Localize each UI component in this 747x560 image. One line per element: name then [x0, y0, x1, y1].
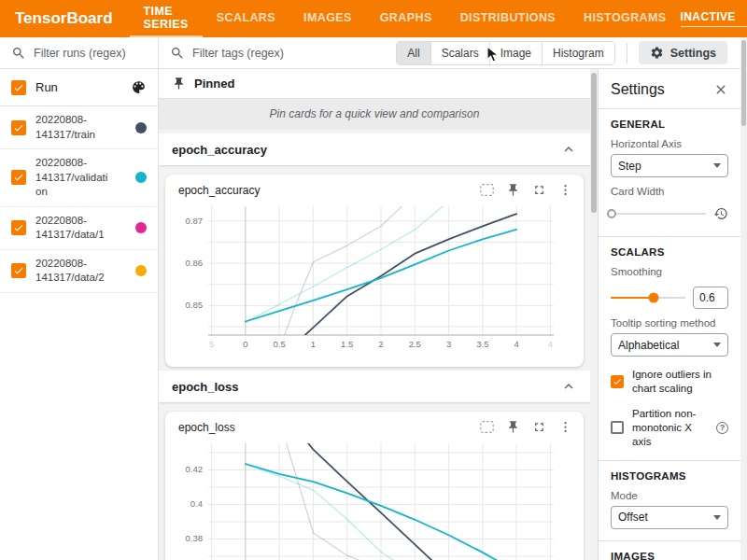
chevron-up-icon[interactable]	[560, 141, 577, 158]
run-checkbox[interactable]	[11, 220, 26, 235]
fullscreen-icon	[532, 420, 546, 434]
pinned-empty-hint: Pin cards for a quick view and compariso…	[159, 99, 590, 130]
slider-thumb[interactable]	[649, 293, 659, 303]
chip-histogram[interactable]: Histogram	[542, 42, 614, 64]
runs-column-header: Run	[35, 80, 121, 94]
run-row-data-1[interactable]: 20220808-141317/data/1	[0, 207, 158, 250]
gear-icon	[650, 46, 664, 60]
tooltip-sorting-value: Alphabetical	[618, 339, 713, 352]
main-scrollbar[interactable]	[590, 69, 598, 560]
ignore-outliers-checkbox[interactable]	[611, 375, 624, 388]
run-row-validation[interactable]: 20220808-141317/validation	[0, 149, 158, 207]
card-width-label: Card Width	[611, 186, 728, 197]
chart-plot-area[interactable]: 0.850.860.87500.511.522.533.544	[165, 199, 584, 367]
svg-text:0.87: 0.87	[186, 216, 204, 226]
run-checkbox[interactable]	[11, 170, 26, 185]
smoothing-control	[611, 287, 728, 309]
settings-scrollbar[interactable]	[740, 37, 747, 560]
card-width-slider[interactable]	[611, 208, 706, 219]
check-icon	[13, 222, 24, 233]
run-checkbox[interactable]	[11, 263, 26, 278]
run-color-dot[interactable]	[135, 172, 147, 183]
toolbar-divider	[627, 43, 627, 63]
tags-filter-input[interactable]	[192, 47, 379, 60]
histogram-mode-select[interactable]: Offset	[611, 506, 728, 529]
pin-card-button[interactable]	[501, 180, 524, 201]
main-scrollbar-thumb[interactable]	[591, 73, 597, 213]
select-all-runs-checkbox[interactable]	[11, 80, 26, 95]
settings-section-general: GENERAL Horizontal Axis Step Card Width	[611, 109, 728, 236]
smoothing-value-input[interactable]	[693, 287, 728, 309]
runs-list-header: Run	[0, 69, 158, 106]
tooltip-sorting-select[interactable]: Alphabetical	[611, 333, 728, 357]
help-icon[interactable]: ?	[716, 422, 728, 434]
svg-text:2.5: 2.5	[409, 339, 421, 349]
section-header-epoch-loss[interactable]: epoch_loss	[159, 371, 590, 402]
search-icon	[11, 46, 26, 61]
section-title: epoch_accuracy	[172, 143, 560, 157]
check-icon	[13, 82, 24, 93]
reset-card-width-button[interactable]	[713, 206, 728, 221]
epoch-loss-chart[interactable]: 0.360.380.40.4200.511.522.533.54	[165, 438, 561, 560]
more-options-button[interactable]	[554, 417, 576, 438]
card-actions	[475, 417, 576, 438]
card-header: epoch_loss	[165, 412, 584, 436]
fit-to-data-icon	[479, 420, 495, 434]
tab-time-series[interactable]: TIME SERIES	[130, 0, 203, 37]
pin-card-button[interactable]	[501, 417, 524, 438]
section-title: epoch_loss	[172, 380, 560, 394]
more-options-button[interactable]	[554, 180, 576, 201]
run-color-dot[interactable]	[135, 265, 147, 276]
reload-status-dropdown[interactable]: INACTIVE	[681, 10, 747, 27]
palette-icon[interactable]	[131, 79, 147, 95]
tab-distributions[interactable]: DISTRIBUTIONS	[446, 0, 570, 37]
run-checkbox[interactable]	[11, 120, 26, 135]
scalar-card-epoch-loss: epoch_loss	[165, 412, 584, 560]
chevron-up-icon[interactable]	[560, 378, 577, 395]
settings-scrollbar-thumb[interactable]	[741, 40, 746, 126]
fullscreen-button[interactable]	[528, 180, 550, 201]
slider-fill	[611, 297, 654, 299]
runs-filter-input[interactable]	[34, 47, 147, 60]
svg-text:0.86: 0.86	[186, 258, 204, 268]
fullscreen-button[interactable]	[528, 417, 550, 438]
partition-x-axis-checkbox[interactable]	[611, 421, 624, 434]
svg-text:1.5: 1.5	[341, 339, 353, 349]
section-heading: HISTOGRAMS	[611, 470, 728, 482]
app-title: TensorBoard	[0, 0, 130, 37]
run-color-dot[interactable]	[135, 222, 147, 233]
app-body: Run 20220808-141317/train 20220808-14131…	[0, 37, 747, 560]
chip-all[interactable]: All	[397, 42, 430, 64]
run-label: 20220808-141317/data/2	[35, 257, 108, 286]
fit-to-data-button[interactable]	[475, 180, 498, 201]
slider-thumb[interactable]	[607, 209, 616, 218]
run-color-dot[interactable]	[135, 122, 147, 133]
fit-to-data-button[interactable]	[475, 417, 498, 438]
tab-histograms[interactable]: HISTOGRAMS	[570, 0, 681, 37]
open-settings-button[interactable]: Settings	[639, 41, 727, 64]
horizontal-axis-value: Step	[618, 160, 713, 173]
smoothing-slider[interactable]	[611, 292, 685, 303]
tab-scalars[interactable]: SCALARS	[203, 0, 289, 37]
settings-section-scalars: SCALARS Smoothing Tooltip sorting method…	[611, 237, 728, 460]
section-header-epoch-accuracy[interactable]: epoch_accuracy	[159, 133, 590, 165]
svg-text:4: 4	[548, 339, 553, 349]
chip-scalars[interactable]: Scalars	[430, 42, 489, 64]
run-row-data-2[interactable]: 20220808-141317/data/2	[0, 250, 158, 293]
chart-plot-area[interactable]: 0.360.380.40.4200.511.522.533.54	[165, 436, 584, 560]
smoothing-label: Smoothing	[611, 266, 728, 277]
run-label: 20220808-141317/train	[35, 113, 108, 142]
run-row-train[interactable]: 20220808-141317/train	[0, 106, 158, 149]
runs-sidebar: Run 20220808-141317/train 20220808-14131…	[0, 37, 159, 560]
horizontal-axis-select[interactable]: Step	[611, 154, 728, 177]
search-icon	[170, 46, 185, 61]
epoch-accuracy-chart[interactable]: 0.850.860.87500.511.522.533.544	[165, 201, 561, 357]
close-settings-button[interactable]	[713, 82, 728, 97]
svg-text:0: 0	[243, 339, 247, 349]
chip-image[interactable]: Image	[489, 42, 542, 64]
pinned-section-header: Pinned	[159, 69, 590, 99]
kebab-menu-icon	[558, 183, 572, 197]
tab-graphs[interactable]: GRAPHS	[366, 0, 446, 37]
tab-images[interactable]: IMAGES	[289, 0, 366, 37]
settings-section-images: IMAGES Brightness Contrast	[611, 541, 728, 560]
